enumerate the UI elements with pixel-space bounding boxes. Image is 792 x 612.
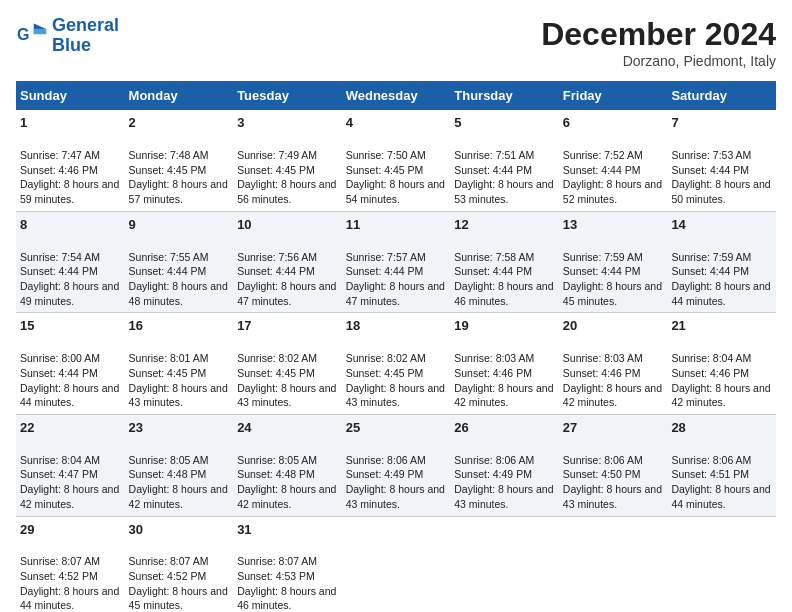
calendar-week-row: 15Sunrise: 8:00 AMSunset: 4:44 PMDayligh… — [16, 313, 776, 415]
day-header-monday: Monday — [125, 81, 234, 110]
sunrise-text: Sunrise: 8:06 AM — [346, 454, 426, 466]
calendar-cell: 4Sunrise: 7:50 AMSunset: 4:45 PMDaylight… — [342, 110, 451, 211]
sunset-text: Sunset: 4:44 PM — [671, 164, 749, 176]
sunrise-text: Sunrise: 7:59 AM — [563, 251, 643, 263]
sunrise-text: Sunrise: 7:50 AM — [346, 149, 426, 161]
daylight-text: Daylight: 8 hours and 42 minutes. — [129, 483, 228, 510]
sunrise-text: Sunrise: 8:03 AM — [563, 352, 643, 364]
calendar-cell: 15Sunrise: 8:00 AMSunset: 4:44 PMDayligh… — [16, 313, 125, 415]
calendar-cell: 10Sunrise: 7:56 AMSunset: 4:44 PMDayligh… — [233, 211, 342, 313]
sunset-text: Sunset: 4:44 PM — [454, 164, 532, 176]
daylight-text: Daylight: 8 hours and 44 minutes. — [20, 382, 119, 409]
daylight-text: Daylight: 8 hours and 59 minutes. — [20, 178, 119, 205]
day-number: 5 — [454, 114, 555, 132]
sunrise-text: Sunrise: 7:52 AM — [563, 149, 643, 161]
svg-marker-3 — [34, 29, 46, 34]
sunrise-text: Sunrise: 7:57 AM — [346, 251, 426, 263]
calendar-cell — [559, 516, 668, 612]
logo: G General Blue — [16, 16, 119, 56]
location: Dorzano, Piedmont, Italy — [541, 53, 776, 69]
day-header-tuesday: Tuesday — [233, 81, 342, 110]
calendar-cell: 26Sunrise: 8:06 AMSunset: 4:49 PMDayligh… — [450, 414, 559, 516]
day-number: 27 — [563, 419, 664, 437]
day-number: 8 — [20, 216, 121, 234]
sunrise-text: Sunrise: 7:58 AM — [454, 251, 534, 263]
calendar-cell: 22Sunrise: 8:04 AMSunset: 4:47 PMDayligh… — [16, 414, 125, 516]
daylight-text: Daylight: 8 hours and 47 minutes. — [346, 280, 445, 307]
daylight-text: Daylight: 8 hours and 45 minutes. — [129, 585, 228, 612]
sunset-text: Sunset: 4:46 PM — [671, 367, 749, 379]
sunset-text: Sunset: 4:44 PM — [671, 265, 749, 277]
calendar-cell: 5Sunrise: 7:51 AMSunset: 4:44 PMDaylight… — [450, 110, 559, 211]
calendar-cell: 27Sunrise: 8:06 AMSunset: 4:50 PMDayligh… — [559, 414, 668, 516]
sunrise-text: Sunrise: 7:56 AM — [237, 251, 317, 263]
sunset-text: Sunset: 4:46 PM — [563, 367, 641, 379]
sunset-text: Sunset: 4:49 PM — [454, 468, 532, 480]
sunrise-text: Sunrise: 8:06 AM — [454, 454, 534, 466]
day-number: 29 — [20, 521, 121, 539]
daylight-text: Daylight: 8 hours and 43 minutes. — [129, 382, 228, 409]
daylight-text: Daylight: 8 hours and 42 minutes. — [237, 483, 336, 510]
calendar-cell: 21Sunrise: 8:04 AMSunset: 4:46 PMDayligh… — [667, 313, 776, 415]
sunrise-text: Sunrise: 8:02 AM — [237, 352, 317, 364]
calendar-cell: 23Sunrise: 8:05 AMSunset: 4:48 PMDayligh… — [125, 414, 234, 516]
day-number: 28 — [671, 419, 772, 437]
calendar-cell: 12Sunrise: 7:58 AMSunset: 4:44 PMDayligh… — [450, 211, 559, 313]
daylight-text: Daylight: 8 hours and 53 minutes. — [454, 178, 553, 205]
sunrise-text: Sunrise: 7:55 AM — [129, 251, 209, 263]
sunset-text: Sunset: 4:44 PM — [454, 265, 532, 277]
sunset-text: Sunset: 4:44 PM — [20, 367, 98, 379]
daylight-text: Daylight: 8 hours and 46 minutes. — [237, 585, 336, 612]
day-number: 13 — [563, 216, 664, 234]
daylight-text: Daylight: 8 hours and 45 minutes. — [563, 280, 662, 307]
calendar-cell: 24Sunrise: 8:05 AMSunset: 4:48 PMDayligh… — [233, 414, 342, 516]
calendar-cell: 17Sunrise: 8:02 AMSunset: 4:45 PMDayligh… — [233, 313, 342, 415]
daylight-text: Daylight: 8 hours and 47 minutes. — [237, 280, 336, 307]
calendar-cell: 19Sunrise: 8:03 AMSunset: 4:46 PMDayligh… — [450, 313, 559, 415]
calendar-cell: 6Sunrise: 7:52 AMSunset: 4:44 PMDaylight… — [559, 110, 668, 211]
calendar-cell: 13Sunrise: 7:59 AMSunset: 4:44 PMDayligh… — [559, 211, 668, 313]
sunset-text: Sunset: 4:45 PM — [346, 164, 424, 176]
day-number: 3 — [237, 114, 338, 132]
sunset-text: Sunset: 4:44 PM — [129, 265, 207, 277]
calendar-cell — [342, 516, 451, 612]
page-header: G General Blue December 2024 Dorzano, Pi… — [16, 16, 776, 69]
daylight-text: Daylight: 8 hours and 43 minutes. — [454, 483, 553, 510]
sunrise-text: Sunrise: 7:47 AM — [20, 149, 100, 161]
day-number: 6 — [563, 114, 664, 132]
day-number: 24 — [237, 419, 338, 437]
sunrise-text: Sunrise: 8:00 AM — [20, 352, 100, 364]
sunset-text: Sunset: 4:52 PM — [129, 570, 207, 582]
sunrise-text: Sunrise: 8:04 AM — [671, 352, 751, 364]
day-number: 16 — [129, 317, 230, 335]
calendar-week-row: 8Sunrise: 7:54 AMSunset: 4:44 PMDaylight… — [16, 211, 776, 313]
sunset-text: Sunset: 4:46 PM — [20, 164, 98, 176]
sunset-text: Sunset: 4:44 PM — [237, 265, 315, 277]
sunset-text: Sunset: 4:53 PM — [237, 570, 315, 582]
sunrise-text: Sunrise: 8:01 AM — [129, 352, 209, 364]
logo-line2: Blue — [52, 36, 119, 56]
day-number: 18 — [346, 317, 447, 335]
sunrise-text: Sunrise: 8:07 AM — [129, 555, 209, 567]
sunset-text: Sunset: 4:51 PM — [671, 468, 749, 480]
day-number: 12 — [454, 216, 555, 234]
day-number: 30 — [129, 521, 230, 539]
sunset-text: Sunset: 4:44 PM — [346, 265, 424, 277]
sunrise-text: Sunrise: 8:07 AM — [20, 555, 100, 567]
sunset-text: Sunset: 4:44 PM — [20, 265, 98, 277]
daylight-text: Daylight: 8 hours and 48 minutes. — [129, 280, 228, 307]
daylight-text: Daylight: 8 hours and 57 minutes. — [129, 178, 228, 205]
daylight-text: Daylight: 8 hours and 43 minutes. — [237, 382, 336, 409]
month-title: December 2024 — [541, 16, 776, 53]
day-number: 26 — [454, 419, 555, 437]
daylight-text: Daylight: 8 hours and 43 minutes. — [346, 382, 445, 409]
sunrise-text: Sunrise: 8:07 AM — [237, 555, 317, 567]
day-number: 4 — [346, 114, 447, 132]
calendar-cell: 28Sunrise: 8:06 AMSunset: 4:51 PMDayligh… — [667, 414, 776, 516]
day-number: 23 — [129, 419, 230, 437]
day-header-sunday: Sunday — [16, 81, 125, 110]
calendar-week-row: 1Sunrise: 7:47 AMSunset: 4:46 PMDaylight… — [16, 110, 776, 211]
calendar-cell: 31Sunrise: 8:07 AMSunset: 4:53 PMDayligh… — [233, 516, 342, 612]
calendar-cell: 8Sunrise: 7:54 AMSunset: 4:44 PMDaylight… — [16, 211, 125, 313]
sunset-text: Sunset: 4:48 PM — [129, 468, 207, 480]
